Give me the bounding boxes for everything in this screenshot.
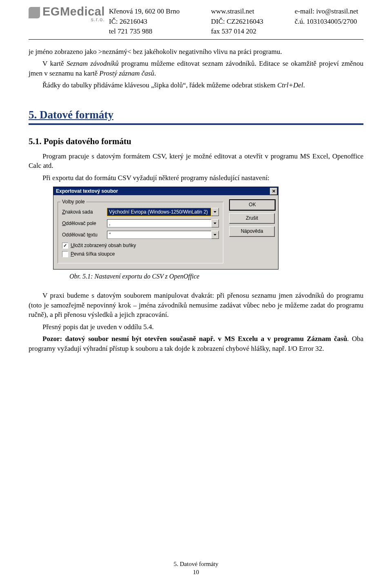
dropdown-icon[interactable] <box>211 231 219 239</box>
svg-marker-0 <box>214 211 216 213</box>
paragraph: Pozor: datový soubor nesmí být otevřen s… <box>29 334 363 353</box>
header-col-contact: e-mail: ivo@strasil.net č.ú. 1031034005/… <box>295 7 363 37</box>
charset-value: Východní Evropa (Windows-1250/WinLatin 2… <box>107 208 211 216</box>
figure-caption: Obr. 5.1: Nastavení exportu do CSV z Ope… <box>69 272 363 281</box>
paragraph: je jméno zobrazeno jako >neznámý< bez ja… <box>29 47 363 56</box>
page-footer: 5. Datové formáty 10 <box>0 560 392 576</box>
paragraph: V praxi budeme s datovým souborem manipu… <box>29 291 363 319</box>
field-options-group: Volby pole Znaková sada Východní Evropa … <box>58 202 223 263</box>
save-shown-checkbox[interactable]: ✓ Uložit zobrazený obsah buňky <box>62 242 219 249</box>
paragraph: Řádky do tabulky přidáváme klávesou „šip… <box>29 80 363 90</box>
paragraph: Přesný popis dat je uveden v oddílu 5.4. <box>29 322 363 332</box>
footer-page-number: 10 <box>0 568 392 577</box>
paragraph: Při exportu dat do formátu CSV vyžadují … <box>29 173 363 183</box>
field-sep-combo[interactable]: , <box>107 219 219 227</box>
text-sep-label: Oddělovač textu <box>62 232 107 238</box>
dialog-titlebar[interactable]: Exportovat textový soubor ✕ <box>53 187 278 195</box>
section-heading-5-1: 5.1. Popis datového formátu <box>29 136 363 147</box>
paragraph: Program pracuje s datovým formátem CSV, … <box>29 152 363 171</box>
logo: EGMedical s.r.o. <box>29 6 105 22</box>
dropdown-icon[interactable] <box>211 219 219 227</box>
dialog-title: Exportovat textový soubor <box>56 188 118 195</box>
svg-marker-1 <box>214 223 216 224</box>
export-csv-dialog: Exportovat textový soubor ✕ Volby pole Z… <box>53 187 278 270</box>
page-header: EGMedical s.r.o. Křenová 19, 602 00 Brno… <box>29 0 363 37</box>
section-heading-5: 5. Datové formáty <box>29 107 363 125</box>
ok-button[interactable]: OK <box>229 199 276 211</box>
header-divider <box>29 39 363 40</box>
cancel-button[interactable]: Zrušit <box>229 213 275 224</box>
logo-icon <box>29 7 40 18</box>
field-sep-value: , <box>107 219 211 227</box>
svg-marker-2 <box>214 234 216 236</box>
header-col-address: Křenová 19, 602 00 Brno IČ: 26216043 tel… <box>109 7 211 37</box>
footer-section: 5. Datové formáty <box>0 560 392 568</box>
field-sep-label: Oddělovač pole <box>62 220 107 227</box>
logo-main: EGMedical <box>42 6 105 18</box>
close-icon[interactable]: ✕ <box>270 188 277 195</box>
checkbox-icon <box>62 251 68 257</box>
charset-combo[interactable]: Východní Evropa (Windows-1250/WinLatin 2… <box>107 208 219 216</box>
help-button[interactable]: Nápověda <box>229 226 275 237</box>
text-sep-combo[interactable]: " <box>107 231 219 239</box>
charset-label: Znaková sada <box>62 209 107 216</box>
fixed-width-checkbox[interactable]: Pevná šířka sloupce <box>62 251 219 258</box>
checkbox-icon: ✓ <box>62 243 68 249</box>
text-sep-value: " <box>107 231 211 239</box>
dropdown-icon[interactable] <box>211 208 219 216</box>
header-col-web: www.strasil.net DIČ: CZ26216043 fax 537 … <box>211 7 295 37</box>
paragraph: V kartě Seznam závodníků programu můžeme… <box>29 59 363 78</box>
group-legend: Volby pole <box>60 198 86 205</box>
